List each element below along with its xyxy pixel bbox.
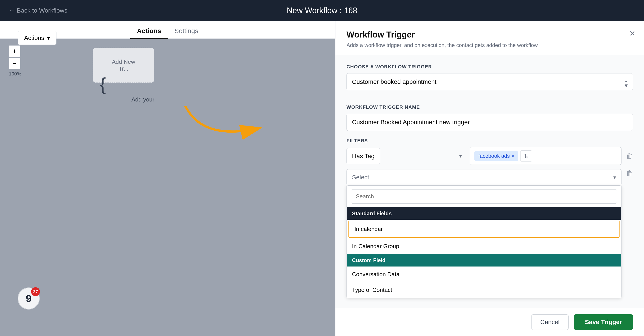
- filter2-dropdown-menu: Standard Fields In calendar In Calendar …: [346, 186, 622, 298]
- search-input-wrap: [347, 186, 621, 208]
- avatar[interactable]: 9 27: [18, 288, 40, 310]
- zoom-out-button[interactable]: −: [9, 58, 20, 69]
- facebook-ads-tag: facebook ads ×: [474, 151, 518, 161]
- panel-subtitle: Adds a workflow trigger, and on executio…: [346, 42, 633, 48]
- trigger-name-input[interactable]: [346, 114, 633, 131]
- cancel-button[interactable]: Cancel: [531, 314, 568, 330]
- panel-header: Workflow Trigger Adds a workflow trigger…: [336, 21, 644, 55]
- choose-trigger-label: CHOOSE A WORKFLOW TRIGGER: [346, 64, 633, 70]
- close-panel-button[interactable]: ×: [630, 28, 635, 39]
- filter2-placeholder: Select: [352, 174, 369, 181]
- tab-actions[interactable]: Actions: [130, 24, 168, 39]
- add-trigger-line2: Tr...: [112, 65, 135, 72]
- panel-footer: Cancel Save Trigger: [336, 308, 644, 336]
- trigger-type-select[interactable]: Customer booked appointment: [346, 73, 633, 90]
- filter1-delete-button[interactable]: 🗑: [626, 152, 633, 160]
- top-bar: ← Back to Workflows New Workflow : 168: [0, 0, 644, 21]
- panel-body: CHOOSE A WORKFLOW TRIGGER Customer booke…: [336, 55, 644, 308]
- dropdown-item-type-of-contact[interactable]: Type of Contact: [347, 282, 621, 298]
- zoom-level: 100%: [9, 71, 21, 77]
- dropdown-item-conversation-data[interactable]: Conversation Data: [347, 266, 621, 282]
- tabs-bar: Actions ▾ Actions Settings: [0, 21, 335, 39]
- back-to-workflows-link[interactable]: ← Back to Workflows: [9, 7, 68, 14]
- filter2-delete-button[interactable]: 🗑: [626, 169, 633, 178]
- filter2-trigger[interactable]: Select ▾: [346, 169, 622, 186]
- dropdown-search-input[interactable]: [351, 189, 617, 204]
- save-trigger-button[interactable]: Save Trigger: [574, 314, 633, 330]
- add-your-text: Add your: [132, 96, 154, 103]
- notification-badge: 27: [31, 287, 40, 296]
- tag-close-icon[interactable]: ×: [512, 154, 514, 158]
- actions-button[interactable]: Actions ▾: [18, 31, 56, 45]
- canvas-area: Actions ▾ Actions Settings + − 100% Add …: [0, 21, 335, 336]
- filter2-chevron-icon: ▾: [613, 174, 616, 180]
- curly-brace: {: [100, 74, 106, 94]
- actions-button-label: Actions: [24, 34, 44, 42]
- filter2-dropdown-container: Select ▾ Standard Fields In calendar In …: [346, 169, 622, 186]
- custom-field-header: Custom Field: [347, 254, 621, 266]
- right-panel: Workflow Trigger Adds a workflow trigger…: [335, 21, 644, 336]
- dropdown-item-in-calendar[interactable]: In calendar: [348, 220, 620, 238]
- standard-fields-header: Standard Fields: [347, 208, 621, 220]
- workflow-title: New Workflow : 168: [287, 6, 357, 15]
- tab-settings[interactable]: Settings: [168, 24, 205, 39]
- avatar-initial: 9: [26, 292, 32, 305]
- dropdown-item-in-calendar-group[interactable]: In Calendar Group: [347, 238, 621, 254]
- panel-title: Workflow Trigger: [346, 30, 633, 40]
- add-trigger-line1: Add New: [112, 58, 135, 65]
- sort-button[interactable]: ⇅: [520, 150, 532, 162]
- actions-chevron-icon: ▾: [47, 34, 50, 42]
- filter1-type-select[interactable]: Has Tag: [346, 148, 380, 164]
- filter-row-1: Has Tag ▾ facebook ads × ⇅ 🗑: [346, 147, 633, 165]
- zoom-controls: + − 100%: [9, 46, 21, 77]
- zoom-in-button[interactable]: +: [9, 46, 20, 57]
- main-area: Actions ▾ Actions Settings + − 100% Add …: [0, 21, 644, 336]
- filter-row-2: Select ▾ Standard Fields In calendar In …: [346, 169, 633, 186]
- filters-label: FILTERS: [346, 138, 633, 144]
- filter1-tag-input[interactable]: facebook ads × ⇅: [470, 147, 622, 165]
- trigger-name-label: WORKFLOW TRIGGER NAME: [346, 104, 633, 110]
